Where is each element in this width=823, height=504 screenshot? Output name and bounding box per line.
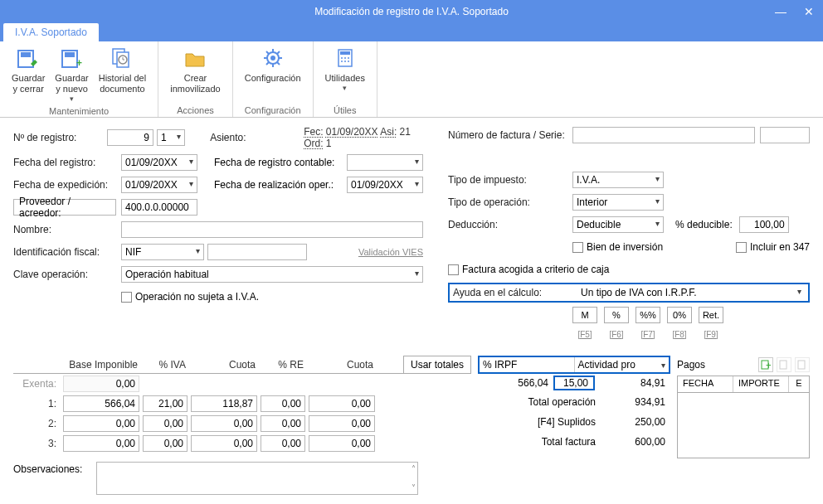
calc-pctpct-button[interactable]: %%: [636, 307, 660, 323]
nregistro-select-b[interactable]: 1: [157, 129, 185, 146]
r3-pre[interactable]: [261, 435, 305, 452]
r3-cuota[interactable]: [191, 435, 257, 452]
validacion-vies-link[interactable]: Validación VIES: [358, 247, 423, 257]
r3-cuota2[interactable]: [309, 435, 375, 452]
row3-label: 3:: [13, 438, 63, 449]
observaciones-textarea[interactable]: ˄ ˅: [96, 462, 418, 495]
identificacion-input[interactable]: [207, 244, 307, 260]
fecha-reg-contable-input[interactable]: [347, 154, 423, 171]
ayuda-calculo-select[interactable]: Un tipo de IVA con I.R.P.F.: [577, 285, 805, 300]
hint-f6: [F6]: [604, 330, 629, 339]
serie-input[interactable]: [760, 127, 810, 143]
close-button[interactable]: ✕: [795, 0, 823, 23]
r2-cuota2[interactable]: [309, 415, 375, 432]
exenta-base: [63, 376, 139, 392]
suplidos-value: 250,00: [604, 416, 670, 428]
clave-operacion-select[interactable]: Operación habitual: [121, 266, 423, 283]
pagos-panel: Pagos + FECHA IMPORTE E: [677, 356, 810, 458]
op-no-sujeta-checkbox[interactable]: [121, 292, 132, 303]
usar-totales-button[interactable]: Usar totales: [403, 356, 471, 374]
minimize-button[interactable]: —: [767, 0, 795, 23]
clave-operacion-label: Clave operación:: [13, 269, 121, 280]
nombre-input[interactable]: [121, 221, 423, 238]
pagos-col-fecha: FECHA: [678, 376, 733, 392]
calc-m-button[interactable]: M: [572, 307, 597, 323]
factura-criterio-caja-label: Factura acogida a criterio de caja: [462, 264, 609, 275]
col-base: Base Imponible: [63, 359, 143, 371]
asiento-link[interactable]: Fec: 01/09/20XX Asi: 21 Ord: 1: [304, 126, 423, 149]
utilidades-button[interactable]: Utilidades ▾: [320, 43, 370, 104]
configuracion-button[interactable]: Configuración: [240, 43, 306, 104]
hint-f8: [F8]: [667, 330, 692, 339]
save-new-icon: +: [59, 45, 85, 71]
proveedor-input[interactable]: [121, 199, 197, 216]
fecha-registro-input[interactable]: 01/09/20XX: [121, 154, 197, 171]
r2-cuota[interactable]: [191, 415, 257, 432]
calc-pct-button[interactable]: %: [604, 307, 629, 323]
irpf-base: 566,04: [478, 377, 553, 389]
irpf-pct-input[interactable]: 15,00: [553, 376, 595, 390]
col-irpf[interactable]: % IRPF: [480, 357, 575, 372]
factura-criterio-caja-checkbox[interactable]: [448, 264, 459, 275]
folder-icon: [182, 45, 208, 71]
r2-base[interactable]: [63, 415, 139, 432]
r3-piva[interactable]: [143, 435, 187, 452]
num-factura-input[interactable]: [572, 127, 755, 143]
calculator-icon: [332, 45, 358, 71]
total-operacion-label: Total operación: [478, 396, 604, 408]
svg-rect-1: [21, 52, 31, 57]
bien-inversion-label: Bien de inversión: [587, 241, 663, 253]
suplidos-label[interactable]: [F4] Suplidos: [478, 416, 604, 428]
r3-base[interactable]: [63, 435, 139, 452]
col-actividad[interactable]: Actividad pro: [575, 357, 670, 372]
guardar-y-cerrar-button[interactable]: Guardar y cerrar: [7, 43, 50, 104]
calc-zero-button[interactable]: 0%: [667, 307, 692, 323]
total-factura-value: 600,00: [604, 436, 670, 448]
dropdown-icon: ▾: [70, 94, 74, 103]
fecha-reg-contable-label: Fecha de registro contable:: [214, 157, 347, 168]
irpf-value: 84,91: [595, 377, 670, 389]
r2-piva[interactable]: [143, 415, 187, 432]
tab-iva-soportado[interactable]: I.V.A. Soportado: [3, 23, 99, 41]
nombre-label: Nombre:: [13, 224, 121, 235]
r1-cuota[interactable]: [191, 395, 257, 412]
historial-documento-button[interactable]: Historial del documento: [94, 43, 151, 104]
tipo-operacion-select[interactable]: Interior: [572, 194, 664, 211]
op-no-sujeta-label: Operación no sujeta a I.V.A.: [135, 291, 259, 303]
svg-point-17: [348, 61, 349, 62]
observaciones-label: Observaciones:: [13, 462, 96, 475]
deduccion-label: Deducción:: [448, 219, 572, 230]
r1-cuota2[interactable]: [309, 395, 375, 412]
svg-point-12: [341, 57, 343, 59]
deduccion-select[interactable]: Deducible: [572, 216, 664, 233]
ribbon: Guardar y cerrar + Guardar y nuevo ▾ His…: [0, 41, 823, 118]
pagos-label: Pagos: [677, 359, 705, 371]
pagos-table[interactable]: FECHA IMPORTE E: [677, 376, 810, 458]
incluir-347-checkbox[interactable]: [736, 242, 747, 253]
scroll-up-icon[interactable]: ˄: [412, 464, 416, 473]
group-mantenimiento-label: Mantenimiento: [7, 104, 151, 118]
identificacion-label: Identificación fiscal:: [13, 246, 121, 258]
tipo-impuesto-select[interactable]: I.V.A.: [572, 172, 664, 188]
guardar-y-nuevo-button[interactable]: + Guardar y nuevo ▾: [50, 43, 93, 104]
svg-point-9: [270, 56, 275, 61]
r2-pre[interactable]: [261, 415, 305, 432]
hint-f5: [F5]: [572, 330, 597, 339]
bien-inversion-checkbox[interactable]: [572, 242, 583, 253]
proveedor-label[interactable]: Proveedor / acreedor:: [13, 199, 116, 216]
nregistro-input-a[interactable]: [107, 129, 153, 146]
col-pct-re: % RE: [261, 359, 309, 371]
pagos-add-button[interactable]: +: [758, 357, 773, 372]
crear-inmovilizado-button[interactable]: Crear inmovilizado: [165, 43, 226, 104]
pct-deducible-input[interactable]: [739, 216, 789, 233]
r1-pre[interactable]: [261, 395, 305, 412]
identificacion-select[interactable]: NIF: [121, 244, 204, 260]
fecha-expedicion-input[interactable]: 01/09/20XX: [121, 177, 197, 193]
fecha-realizacion-input[interactable]: 01/09/20XX: [347, 177, 423, 193]
history-icon: [109, 45, 135, 71]
scroll-down-icon[interactable]: ˅: [412, 483, 416, 492]
calc-ret-button[interactable]: Ret.: [699, 307, 723, 323]
r1-piva[interactable]: [143, 395, 187, 412]
fecha-expedicion-label: Fecha de expedición:: [13, 179, 121, 191]
r1-base[interactable]: [63, 395, 139, 412]
